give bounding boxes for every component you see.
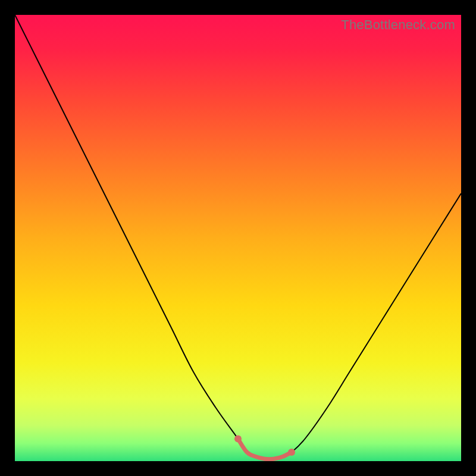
bottleneck-curve (15, 15, 461, 459)
chart-frame: TheBottleneck.com (0, 0, 476, 476)
optimal-range-start-dot (234, 436, 242, 443)
optimal-range-end-dot (288, 449, 295, 456)
plot-area: TheBottleneck.com (15, 15, 461, 461)
optimal-range-segment (238, 439, 292, 459)
curve-layer (15, 15, 461, 461)
watermark-text: TheBottleneck.com (341, 17, 455, 33)
